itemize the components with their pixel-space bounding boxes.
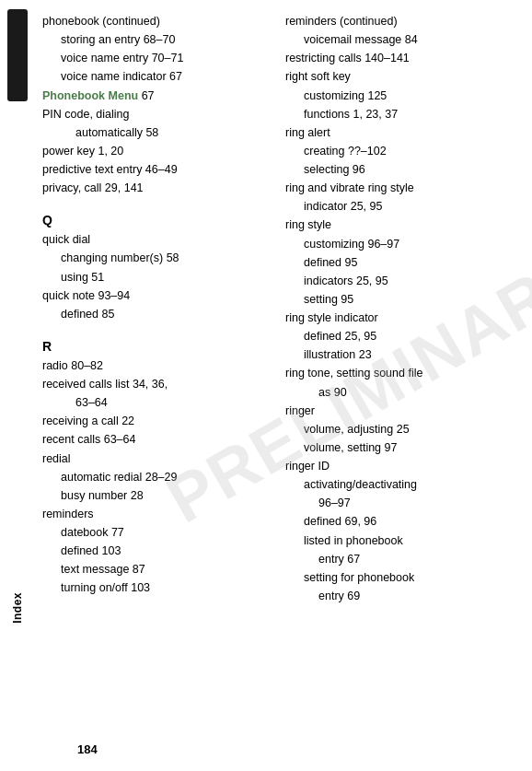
phonebook-menu-label: Phonebook Menu: [42, 89, 138, 102]
list-item: selecting 96: [285, 161, 519, 178]
section-q-letter: Q: [42, 213, 276, 228]
list-item: functions 1, 23, 37: [285, 106, 519, 123]
list-item: reminders: [42, 506, 276, 522]
section-r-letter: R: [42, 339, 276, 354]
list-item: ring tone, setting sound file: [285, 365, 519, 381]
list-item: activating/deactivating: [285, 476, 519, 493]
left-column: phonebook (continued) storing an entry 6…: [42, 13, 276, 606]
list-item: customizing 125: [285, 88, 519, 104]
list-item: 96–97: [285, 495, 519, 511]
list-item: receiving a call 22: [42, 413, 276, 429]
list-item: PIN code, dialing: [42, 106, 276, 123]
list-item: ring style indicator: [285, 310, 519, 326]
list-item: busy number 28: [42, 487, 276, 504]
list-item: volume, setting 97: [285, 439, 519, 456]
list-item: ringer ID: [285, 458, 519, 474]
list-item: defined 69, 96: [285, 513, 519, 530]
sidebar: Index: [0, 0, 35, 771]
left-heading: phonebook (continued): [42, 13, 276, 29]
list-item: quick note 93–94: [42, 287, 276, 304]
sidebar-label: Index: [11, 592, 24, 624]
list-item: storing an entry 68–70: [42, 31, 276, 48]
list-item: illustration 23: [285, 346, 519, 363]
right-column: reminders (continued) voicemail message …: [285, 13, 519, 606]
list-item: creating ??–102: [285, 143, 519, 159]
list-item: voicemail message 84: [285, 31, 519, 48]
list-item: voice name entry 70–71: [42, 50, 276, 66]
list-item: power key 1, 20: [42, 143, 276, 159]
list-item: restricting calls 140–141: [285, 50, 519, 66]
sidebar-black-bar: [7, 9, 28, 101]
list-item: recent calls 63–64: [42, 431, 276, 448]
list-item: ring and vibrate ring style: [285, 180, 519, 196]
list-item: setting for phonebook: [285, 569, 519, 586]
list-item: privacy, call 29, 141: [42, 180, 276, 196]
two-col-layout: phonebook (continued) storing an entry 6…: [42, 13, 519, 606]
list-item: listed in phonebook: [285, 532, 519, 549]
content-area: PRELIMINARY phonebook (continued) storin…: [35, 0, 532, 771]
list-item: right soft key: [285, 68, 519, 85]
list-item: turning on/off 103: [42, 579, 276, 596]
list-item: defined 85: [42, 306, 276, 322]
list-item: defined 103: [42, 543, 276, 559]
list-item: redial: [42, 450, 276, 467]
list-item: defined 25, 95: [285, 328, 519, 345]
list-item: setting 95: [285, 291, 519, 308]
list-item: text message 87: [42, 561, 276, 578]
list-item: indicator 25, 95: [285, 198, 519, 215]
list-item: indicators 25, 95: [285, 273, 519, 289]
list-item: quick dial: [42, 231, 276, 248]
page-number: 184: [77, 742, 98, 756]
list-item: 63–64: [42, 394, 276, 411]
list-item: as 90: [285, 384, 519, 401]
list-item: received calls list 34, 36,: [42, 376, 276, 392]
list-item: automatic redial 28–29: [42, 469, 276, 485]
sidebar-label-container: Index: [0, 592, 35, 624]
list-item: ring alert: [285, 124, 519, 141]
list-item: Phonebook Menu 67: [42, 88, 276, 104]
list-item: ringer: [285, 403, 519, 419]
list-item: entry 67: [285, 551, 519, 567]
page: Index PRELIMINARY phonebook (continued) …: [0, 0, 532, 771]
list-item: volume, adjusting 25: [285, 421, 519, 438]
list-item: automatically 58: [42, 124, 276, 141]
list-item: voice name indicator 67: [42, 68, 276, 85]
list-item: predictive text entry 46–49: [42, 161, 276, 178]
list-item: ring style: [285, 216, 519, 233]
list-item: using 51: [42, 269, 276, 286]
right-heading: reminders (continued): [285, 13, 519, 29]
list-item: entry 69: [285, 588, 519, 604]
list-item: customizing 96–97: [285, 236, 519, 252]
list-item: defined 95: [285, 254, 519, 271]
list-item: datebook 77: [42, 524, 276, 541]
list-item: radio 80–82: [42, 357, 276, 374]
list-item: changing number(s) 58: [42, 250, 276, 266]
